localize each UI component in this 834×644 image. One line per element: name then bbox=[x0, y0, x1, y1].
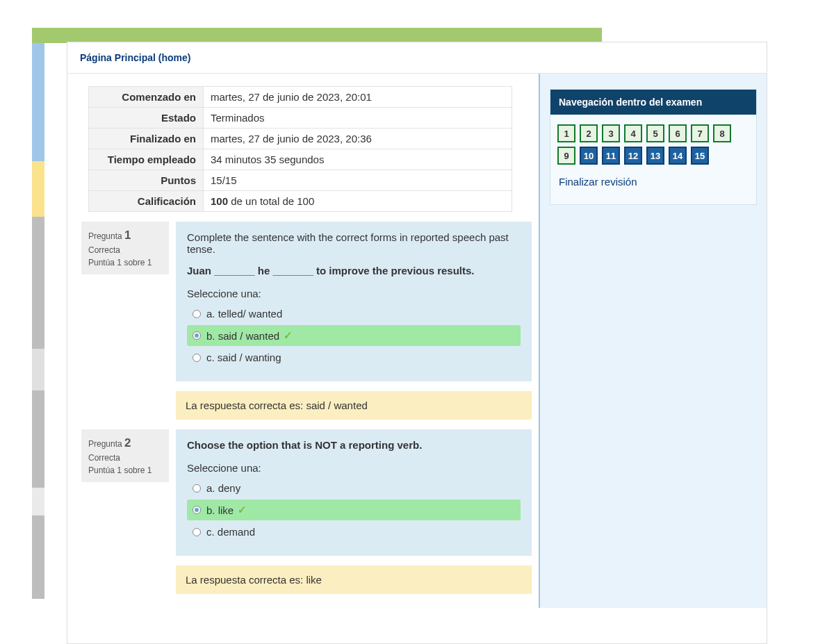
quiz-nav-button[interactable]: 6 bbox=[669, 124, 687, 142]
quiz-nav-button[interactable]: 1 bbox=[557, 124, 575, 142]
summary-value: martes, 27 de junio de 2023, 20:01 bbox=[204, 87, 512, 108]
question-stem: Juan _______ he _______ to improve the p… bbox=[187, 265, 521, 276]
summary-row: Comenzado enmartes, 27 de junio de 2023,… bbox=[89, 87, 512, 108]
question-feedback: La respuesta correcta es: like bbox=[176, 565, 532, 594]
breadcrumb-home[interactable]: Página Principal (home) bbox=[67, 42, 767, 74]
summary-value: 15/15 bbox=[204, 170, 512, 191]
select-one-label: Seleccione una: bbox=[187, 462, 521, 474]
answer-text: a. telled/ wanted bbox=[206, 308, 282, 320]
decorative-stripe bbox=[32, 43, 44, 161]
quiz-nav-title: Navegación dentro del examen bbox=[550, 90, 756, 115]
question-stem: Choose the option that is NOT a reportin… bbox=[187, 439, 521, 451]
question-number: Pregunta 1 bbox=[88, 229, 162, 242]
radio-icon bbox=[193, 528, 201, 536]
quiz-nav-button[interactable]: 10 bbox=[580, 147, 598, 165]
summary-value: Terminados bbox=[204, 108, 512, 129]
radio-icon bbox=[193, 310, 201, 318]
question-status: Correcta bbox=[88, 453, 162, 463]
quiz-nav-button[interactable]: 8 bbox=[713, 124, 731, 142]
answer-text: b. like bbox=[206, 504, 234, 516]
quiz-nav-button[interactable]: 2 bbox=[580, 124, 598, 142]
summary-row: Calificación100 de un total de 100 bbox=[89, 191, 512, 212]
summary-label: Estado bbox=[89, 108, 204, 129]
decorative-stripe bbox=[32, 217, 44, 349]
answer-text: b. said / wanted bbox=[206, 330, 279, 342]
attempt-summary-table: Comenzado enmartes, 27 de junio de 2023,… bbox=[88, 86, 512, 212]
check-icon: ✓ bbox=[284, 329, 293, 342]
answer-option[interactable]: c. demand bbox=[187, 522, 521, 542]
question-number: Pregunta 2 bbox=[88, 436, 162, 450]
decorative-stripe bbox=[32, 515, 44, 599]
summary-label: Calificación bbox=[89, 191, 204, 212]
summary-label: Puntos bbox=[89, 170, 204, 191]
quiz-nav-grid: 123456789101112131415 bbox=[550, 115, 756, 169]
summary-row: Tiempo empleado34 minutos 35 segundos bbox=[89, 149, 512, 170]
question-row: Pregunta 1CorrectaPuntúa 1 sobre 1Comple… bbox=[81, 222, 532, 420]
answer-option[interactable]: b. like✓ bbox=[187, 499, 521, 520]
question-body: Complete the sentence with the correct f… bbox=[176, 222, 532, 381]
select-one-label: Seleccione una: bbox=[187, 288, 521, 299]
answer-text: c. said / wanting bbox=[206, 352, 281, 363]
quiz-nav-button[interactable]: 9 bbox=[557, 147, 575, 165]
answer-option[interactable]: a. deny bbox=[187, 478, 521, 498]
summary-value: martes, 27 de junio de 2023, 20:36 bbox=[204, 129, 512, 149]
summary-label: Comenzado en bbox=[89, 87, 204, 108]
question-status: Correcta bbox=[88, 245, 162, 255]
question-points: Puntúa 1 sobre 1 bbox=[88, 465, 162, 475]
quiz-nav-button[interactable]: 7 bbox=[691, 124, 709, 142]
summary-row: EstadoTerminados bbox=[89, 108, 512, 129]
question-feedback: La respuesta correcta es: said / wanted bbox=[176, 391, 532, 420]
decorative-top-bar bbox=[32, 28, 602, 43]
decorative-stripe bbox=[32, 349, 44, 390]
answer-option[interactable]: c. said / wanting bbox=[187, 347, 521, 368]
summary-row: Puntos15/15 bbox=[89, 170, 512, 191]
main-column: Comenzado enmartes, 27 de junio de 2023,… bbox=[67, 74, 540, 608]
question-info: Pregunta 1CorrectaPuntúa 1 sobre 1 bbox=[81, 222, 169, 274]
summary-label: Finalizado en bbox=[89, 129, 204, 149]
question-content: Choose the option that is NOT a reportin… bbox=[176, 429, 532, 594]
summary-value: 34 minutos 35 segundos bbox=[204, 149, 512, 170]
question-content: Complete the sentence with the correct f… bbox=[176, 222, 532, 420]
quiz-nav-button[interactable]: 15 bbox=[691, 147, 709, 165]
answer-option[interactable]: a. telled/ wanted bbox=[187, 304, 521, 324]
quiz-nav-button[interactable]: 14 bbox=[669, 147, 687, 165]
check-icon: ✓ bbox=[238, 504, 247, 516]
quiz-nav-button[interactable]: 5 bbox=[646, 124, 664, 142]
decorative-left-stripes bbox=[32, 28, 44, 639]
quiz-nav-button[interactable]: 4 bbox=[624, 124, 642, 142]
radio-icon bbox=[193, 506, 201, 514]
sidebar: Navegación dentro del examen 12345678910… bbox=[540, 74, 767, 608]
question-points: Puntúa 1 sobre 1 bbox=[88, 258, 162, 267]
summary-value: 100 de un total de 100 bbox=[204, 191, 512, 212]
summary-row: Finalizado enmartes, 27 de junio de 2023… bbox=[89, 129, 512, 149]
decorative-stripe bbox=[32, 488, 44, 515]
quiz-nav-button[interactable]: 11 bbox=[602, 147, 620, 165]
quiz-nav-button[interactable]: 3 bbox=[602, 124, 620, 142]
question-prompt: Complete the sentence with the correct f… bbox=[187, 231, 521, 255]
decorative-stripe bbox=[32, 161, 44, 217]
question-info: Pregunta 2CorrectaPuntúa 1 sobre 1 bbox=[81, 429, 169, 482]
radio-icon bbox=[193, 331, 201, 340]
quiz-navigation-block: Navegación dentro del examen 12345678910… bbox=[550, 89, 757, 205]
question-body: Choose the option that is NOT a reportin… bbox=[176, 429, 532, 556]
quiz-nav-button[interactable]: 12 bbox=[624, 147, 642, 165]
quiz-nav-button[interactable]: 13 bbox=[646, 147, 664, 165]
answer-text: a. deny bbox=[206, 482, 240, 494]
finish-review-link[interactable]: Finalizar revisión bbox=[550, 169, 756, 195]
answer-text: c. demand bbox=[206, 526, 255, 538]
decorative-stripe bbox=[32, 28, 44, 43]
main-panel: Página Principal (home) Comenzado enmart… bbox=[67, 42, 767, 644]
decorative-stripe bbox=[32, 390, 44, 488]
answer-option[interactable]: b. said / wanted✓ bbox=[187, 325, 521, 346]
radio-icon bbox=[193, 354, 201, 362]
radio-icon bbox=[193, 484, 201, 493]
summary-label: Tiempo empleado bbox=[89, 149, 204, 170]
question-row: Pregunta 2CorrectaPuntúa 1 sobre 1Choose… bbox=[81, 429, 532, 594]
